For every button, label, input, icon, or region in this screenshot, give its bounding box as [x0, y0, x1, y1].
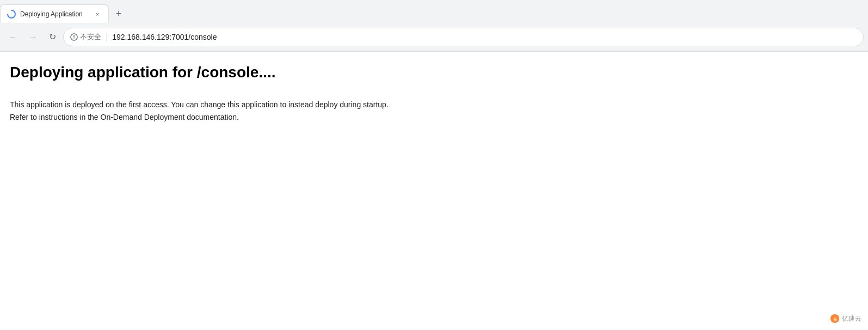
address-bar[interactable]: 不安全 | 192.168.146.129:7001/console [63, 28, 864, 46]
security-indicator: 不安全 [70, 32, 101, 42]
svg-point-0 [8, 10, 15, 18]
tab-title: Deploying Application [20, 10, 89, 18]
browser-chrome: Deploying Application × + ← → ↻ 不安全 | 19… [0, 0, 868, 52]
svg-text:云: 云 [833, 317, 837, 322]
reload-button[interactable]: ↻ [44, 28, 61, 46]
page-heading: Deploying application for /console.... [10, 63, 858, 82]
page-description: This application is deployed on the firs… [10, 99, 500, 123]
svg-point-3 [73, 38, 74, 39]
address-separator: | [106, 32, 108, 42]
description-line1: This application is deployed on the firs… [10, 100, 389, 109]
watermark: 云 亿速云 [830, 314, 861, 323]
tab-close-button[interactable]: × [93, 10, 102, 19]
page-content: Deploying application for /console.... T… [0, 52, 868, 324]
tab-bar: Deploying Application × + [0, 0, 868, 23]
url-port-path: :7001/console [169, 33, 217, 41]
forward-button[interactable]: → [24, 28, 41, 46]
security-label: 不安全 [80, 32, 101, 42]
nav-bar: ← → ↻ 不安全 | 192.168.146.129:7001/console [0, 23, 868, 51]
url-host: 192.168.146.129 [112, 33, 169, 41]
new-tab-button[interactable]: + [111, 6, 126, 21]
active-tab[interactable]: Deploying Application × [0, 4, 109, 23]
insecure-icon [70, 33, 78, 41]
back-button[interactable]: ← [4, 28, 22, 46]
address-url: 192.168.146.129:7001/console [112, 33, 857, 41]
watermark-text: 亿速云 [842, 314, 861, 323]
watermark-icon: 云 [830, 314, 840, 323]
description-line2: Refer to instructions in the On-Demand D… [10, 113, 239, 121]
tab-favicon [7, 10, 16, 19]
